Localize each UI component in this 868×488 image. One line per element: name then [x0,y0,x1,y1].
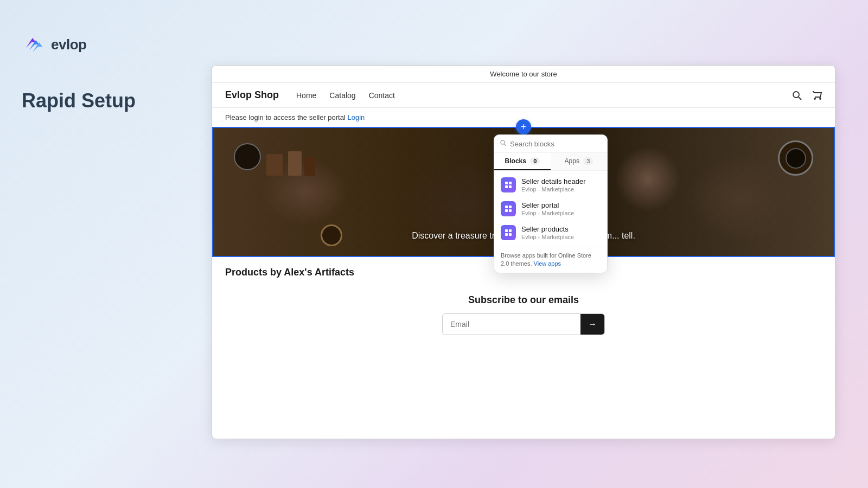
svg-line-1 [799,97,801,100]
browser-frame: Welcome to our store Evlop Shop Home Cat… [212,65,835,439]
svg-rect-7 [509,182,512,184]
subscribe-section: Subscribe to our emails → [212,284,835,346]
list-item[interactable]: Seller portal Evlop - Marketplace [494,197,607,221]
svg-rect-10 [505,206,508,208]
store-brand-name: Evlop Shop [225,89,279,101]
search-blocks-input[interactable] [510,140,602,148]
nav-link-contact[interactable]: Contact [369,91,395,100]
nav-link-home[interactable]: Home [296,91,316,100]
left-panel: evlop Rapid Setup [0,0,206,488]
tab-apps[interactable]: Apps 3 [551,153,607,170]
search-icon-dropdown [500,139,507,148]
dropdown-footer: Browse apps built for Online Store 2.0 t… [494,247,607,273]
hero-section: + Discover a treasure tro... and unique … [212,127,835,257]
item-subtitle-seller-products: Evlop - Marketplace [521,234,601,240]
svg-point-2 [814,98,815,99]
nav-link-catalog[interactable]: Catalog [329,91,355,100]
item-title-seller-portal: Seller portal [521,201,601,210]
topbar-text: Welcome to our store [490,70,557,78]
page-title: Rapid Setup [22,89,184,112]
svg-point-3 [820,98,821,99]
tab-apps-count: 3 [583,157,593,165]
seller-products-text: Seller products Evlop - Marketplace [521,225,601,240]
logo-text: evlop [51,36,86,53]
seller-products-icon [501,225,516,240]
seller-portal-icon [501,201,516,216]
svg-rect-16 [505,233,508,236]
store-nav-links: Home Catalog Contact [296,91,792,100]
item-subtitle-seller-portal: Evlop - Marketplace [521,210,601,216]
tab-apps-label: Apps [565,157,579,165]
store-nav-icons [792,90,822,101]
blocks-dropdown: Blocks 0 Apps 3 [494,134,608,273]
svg-rect-12 [505,209,508,212]
login-link[interactable]: Login [347,113,365,121]
search-icon[interactable] [792,90,802,101]
camera-decor-right [778,140,813,176]
svg-rect-6 [505,182,508,184]
dropdown-search-area [494,135,607,153]
seller-portal-text: Seller portal Evlop - Marketplace [521,201,601,216]
svg-point-4 [501,140,505,144]
svg-rect-17 [509,233,512,236]
view-apps-link[interactable]: View apps [534,260,561,267]
cart-icon[interactable] [811,90,822,101]
item-title-seller-details: Seller details header [521,177,601,186]
svg-rect-8 [505,185,508,188]
seller-details-text: Seller details header Evlop - Marketplac… [521,177,601,192]
logo-area: evlop [22,33,184,56]
book-decor-2 [288,151,302,176]
add-block-button[interactable]: + [516,119,531,134]
svg-rect-11 [509,206,512,208]
subscribe-title: Subscribe to our emails [225,294,822,306]
email-row: → [442,313,605,335]
svg-rect-9 [509,185,512,188]
item-title-seller-products: Seller products [521,225,601,234]
svg-rect-15 [509,229,512,232]
item-subtitle-seller-details: Evlop - Marketplace [521,186,601,192]
tab-blocks[interactable]: Blocks 0 [494,153,551,170]
email-input[interactable] [443,314,580,334]
tab-blocks-label: Blocks [505,157,526,165]
svg-point-0 [793,92,799,98]
book-decor-3 [304,157,315,176]
store-topbar: Welcome to our store [212,66,835,83]
list-item[interactable]: Seller details header Evlop - Marketplac… [494,173,607,197]
tab-blocks-count: 0 [530,157,540,165]
email-submit-button[interactable]: → [580,314,604,335]
book-decor [266,154,283,176]
svg-rect-14 [505,229,508,232]
dropdown-tabs: Blocks 0 Apps 3 [494,153,607,171]
seller-details-icon [501,177,516,192]
dropdown-items-list: Seller details header Evlop - Marketplac… [494,171,607,247]
list-item[interactable]: Seller products Evlop - Marketplace [494,221,607,245]
camera-decor-left [234,143,261,170]
evlop-logo-icon [22,33,46,56]
login-text: Please login to access the seller portal [225,113,346,121]
store-nav: Evlop Shop Home Catalog Contact [212,83,835,108]
svg-rect-13 [509,209,512,212]
svg-line-5 [504,144,506,145]
